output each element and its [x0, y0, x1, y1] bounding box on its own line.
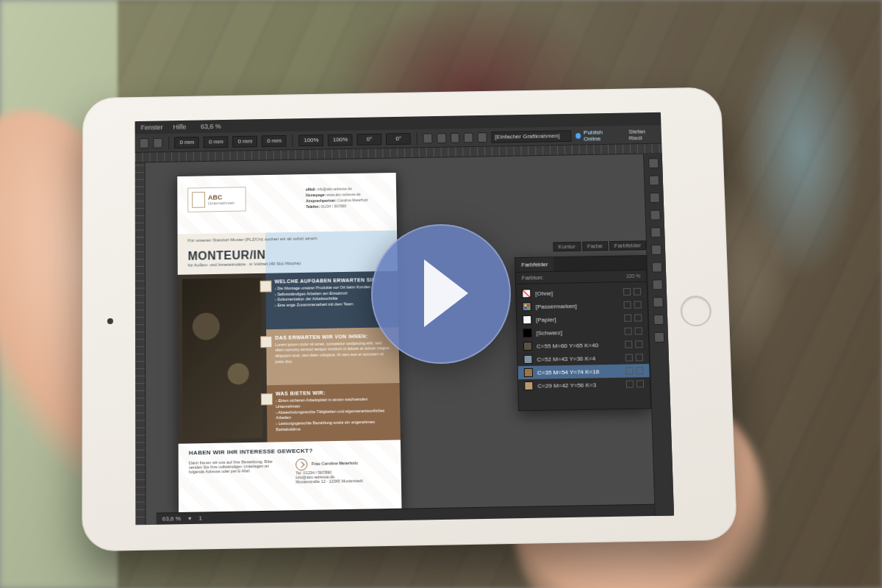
- panel-pill[interactable]: Farbfelder: [609, 240, 647, 251]
- swatches-panel[interactable]: Farbfelder Farbton: 100 % [Ohne][Passerm…: [514, 255, 651, 411]
- swatch-label: C=55 M=60 Y=65 K=40: [537, 342, 598, 349]
- layers-panel-icon[interactable]: [648, 176, 659, 186]
- meta-row: eMail: info@abc-adresse.de: [306, 186, 386, 192]
- h-field[interactable]: 0 mm: [262, 135, 287, 146]
- separator: [293, 134, 293, 147]
- pages-panel-icon[interactable]: [648, 158, 659, 168]
- cloud-icon: [576, 132, 581, 138]
- stroke-panel-icon[interactable]: [650, 210, 660, 220]
- publish-online-button[interactable]: Publish Online: [576, 129, 617, 142]
- panel-group-tabs: KonturFarbeFarbfelder: [553, 240, 646, 251]
- footer: HABEN WIR IHR INTERESSE GEWECKT? Dann fr…: [189, 446, 391, 486]
- color-panel-icon[interactable]: [650, 227, 661, 237]
- rotate-field[interactable]: 0°: [357, 133, 382, 145]
- swatch-chip: [524, 381, 533, 390]
- effects-panel-icon[interactable]: [653, 332, 664, 343]
- footer-contact: Frau Caroline Meierholz Tel. 01234 / 567…: [295, 457, 391, 484]
- publish-online-label: Publish Online: [584, 129, 617, 142]
- separator: [417, 132, 417, 145]
- swatch-flags: [623, 288, 641, 295]
- panel-tab-swatches[interactable]: Farbfelder: [515, 257, 554, 272]
- swatch-label: C=52 M=43 Y=36 K=4: [537, 355, 595, 362]
- menu-item-fenster[interactable]: Fenster: [140, 123, 162, 131]
- arrow-circle-icon: [295, 459, 307, 470]
- paragraph-style-field[interactable]: [Einfacher Grafikrahmen]: [491, 130, 571, 143]
- panel-subhead: Farbton:: [522, 272, 544, 284]
- block-req-text: Lorem ipsum dolor sit amet, consetetur s…: [275, 340, 390, 365]
- links-panel-icon[interactable]: [649, 193, 659, 203]
- object-styles-icon[interactable]: [653, 315, 663, 325]
- logo-mark-icon: [192, 192, 205, 208]
- align-icon[interactable]: [451, 132, 460, 143]
- swatch-row[interactable]: C=29 M=42 Y=56 K=3: [518, 377, 650, 392]
- swatch-chip: [523, 355, 532, 364]
- stroke-icon[interactable]: [478, 132, 487, 143]
- swatch-label: C=35 M=54 Y=74 K=18: [537, 368, 599, 376]
- swatch-flags: [625, 327, 642, 334]
- swatch-chip: [523, 315, 531, 324]
- swatch-chip: [524, 368, 533, 377]
- swatch-label: [Ohne]: [535, 290, 553, 296]
- selection-tool-icon[interactable]: [140, 138, 149, 148]
- tablet-home-button[interactable]: [680, 295, 711, 326]
- swatch-chip: [523, 342, 532, 351]
- swatch-flags: [624, 314, 642, 321]
- swatch-chip: [523, 329, 531, 337]
- panel-pill[interactable]: Kontur: [553, 242, 581, 251]
- scale-y-field[interactable]: 100%: [328, 134, 353, 146]
- block-offer: WAS BIETEN WIR: Einen sicheren Arbeitspl…: [267, 383, 401, 442]
- ruler-vertical[interactable]: [135, 162, 146, 525]
- meta-row: Ansprechpartner: Caroline Meierholz: [306, 197, 386, 203]
- user-name[interactable]: Stefan Riedl: [628, 128, 657, 141]
- scale-x-field[interactable]: 100%: [298, 135, 323, 146]
- list-item: Leistungsgerechte Bezahlung sowie ein an…: [276, 420, 391, 433]
- logo-sub: Unternehmen: [208, 201, 234, 206]
- paragraph-styles-icon[interactable]: [652, 279, 662, 290]
- meta-row: Telefon: 01234 / 567890: [306, 203, 386, 209]
- separator: [168, 136, 169, 149]
- reference-point-icon[interactable]: [153, 137, 162, 148]
- x-field[interactable]: 0 mm: [174, 136, 199, 148]
- swatch-flags: [625, 367, 643, 374]
- body-row: WELCHE AUFGABEN ERWARTEN SIE: Die Montag…: [178, 271, 401, 444]
- footer-left: Dann freuen wir uns auf Ihre Bewerbung. …: [189, 459, 284, 486]
- cc-libraries-icon[interactable]: [651, 262, 662, 273]
- status-page[interactable]: 1: [198, 515, 202, 522]
- shear-field[interactable]: 0°: [386, 132, 411, 144]
- swatch-flags: [623, 301, 641, 309]
- tool-photo: [178, 273, 268, 444]
- y-field[interactable]: 0 mm: [204, 136, 229, 148]
- meta-row: Homepage: www.abc-adresse.de: [306, 192, 386, 198]
- fill-icon[interactable]: [464, 132, 473, 143]
- swatch-chip: [522, 289, 531, 298]
- company-logo: ABC Unternehmen: [187, 187, 246, 212]
- swatch-flags: [626, 380, 644, 387]
- contact-name: Frau Caroline Meierholz: [312, 461, 358, 466]
- menu-item-hilfe[interactable]: Hilfe: [173, 123, 186, 131]
- swatch-label: [Papier]: [536, 316, 556, 323]
- tint-value[interactable]: 100 %: [625, 270, 640, 282]
- lead-text: Für unseren Standort Muster (PLZ/Ort) su…: [187, 235, 378, 243]
- footer-heading: HABEN WIR IHR INTERESSE GEWECKT?: [189, 446, 390, 456]
- panel-pill[interactable]: Farbe: [582, 241, 608, 251]
- section-icon: [260, 281, 272, 293]
- document-page[interactable]: ABC Unternehmen eMail: info@abc-adresse.…: [177, 173, 401, 514]
- block-offer-heading: WAS BIETEN WIR:: [276, 390, 391, 397]
- character-styles-icon[interactable]: [653, 297, 663, 307]
- swatch-label: C=29 M=42 Y=56 K=3: [537, 381, 596, 389]
- swatch-label: [Passermarken]: [536, 303, 577, 310]
- section-icon: [261, 393, 273, 405]
- swatches-panel-icon[interactable]: [650, 245, 661, 255]
- swatch-label: [Schwarz]: [536, 329, 562, 337]
- swatch-chip: [523, 302, 531, 311]
- w-field[interactable]: 0 mm: [233, 135, 258, 147]
- zoom-readout[interactable]: 63,6 %: [201, 123, 221, 130]
- job-title: MONTEUR/IN: [188, 248, 266, 263]
- play-button[interactable]: [371, 224, 511, 364]
- flip-v-icon[interactable]: [437, 133, 446, 143]
- block-requirements: DAS ERWARTEN WIR VON IHNEN: Lorem ipsum …: [266, 327, 399, 386]
- header-meta: eMail: info@abc-adresse.deHomepage: www.…: [306, 186, 387, 210]
- status-zoom[interactable]: 63,6 %: [162, 515, 181, 523]
- block-req-heading: DAS ERWARTEN WIR VON IHNEN:: [275, 333, 390, 340]
- flip-h-icon[interactable]: [423, 133, 433, 143]
